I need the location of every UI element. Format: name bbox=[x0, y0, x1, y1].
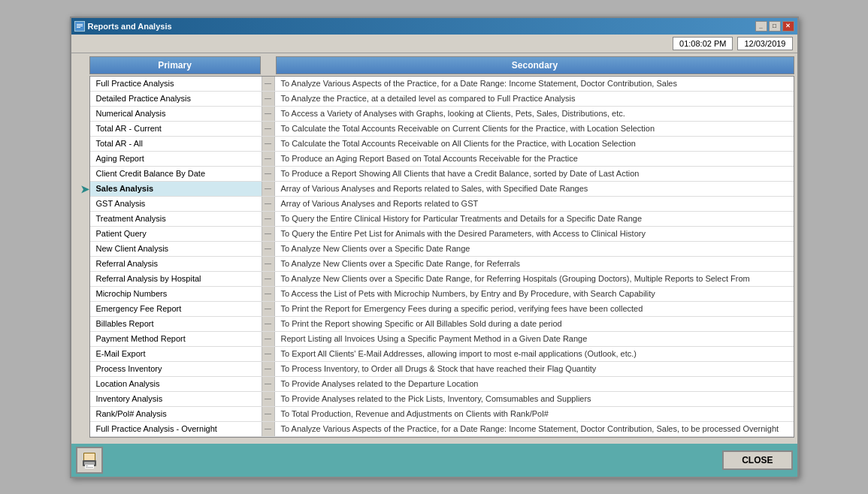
close-button[interactable]: CLOSE bbox=[722, 450, 792, 470]
current-time: 01:08:02 PM bbox=[673, 37, 733, 50]
table-row[interactable]: Aging Report—To Produce an Aging Report … bbox=[90, 152, 794, 167]
table-row[interactable]: Billables Report—To Print the Report sho… bbox=[90, 317, 794, 332]
list-area: ➤ Full Practice Analysis—To Analyze Vari… bbox=[74, 76, 794, 438]
primary-cell[interactable]: Billables Report bbox=[90, 317, 262, 331]
row-arrow-cell: — bbox=[262, 242, 275, 256]
primary-cell[interactable]: Rank/Pol# Analysis bbox=[90, 407, 262, 421]
column-headers: Primary Secondary bbox=[74, 56, 794, 74]
secondary-cell: To Access the List of Pets with Microchi… bbox=[275, 287, 794, 301]
secondary-cell: To Provide Analyses related to the Pick … bbox=[275, 392, 794, 406]
main-window: Reports and Analysis _ □ ✕ 01:08:02 PM 1… bbox=[70, 17, 799, 478]
table-row[interactable]: Microchip Numbers—To Access the List of … bbox=[90, 287, 794, 302]
primary-cell[interactable]: Location Analysis bbox=[90, 377, 262, 391]
table-row[interactable]: Total AR - Current—To Calculate the Tota… bbox=[90, 122, 794, 137]
table-row[interactable]: Location Analysis—To Provide Analyses re… bbox=[90, 377, 794, 392]
table-row[interactable]: Payment Method Report—Report Listing all… bbox=[90, 332, 794, 347]
primary-cell[interactable]: Total AR - Current bbox=[90, 122, 262, 136]
primary-cell[interactable]: Microchip Numbers bbox=[90, 287, 262, 301]
table-row[interactable]: Treatment Analysis—To Query the Entire C… bbox=[90, 212, 794, 227]
external-arrow-container: ➤ bbox=[74, 76, 89, 438]
table-row[interactable]: Referral Analysis—To Analyze New Clients… bbox=[90, 257, 794, 272]
row-arrow-cell: — bbox=[262, 257, 275, 271]
title-bar-left: Reports and Analysis bbox=[74, 21, 172, 32]
primary-cell[interactable]: Referral Analysis bbox=[90, 257, 262, 271]
maximize-button[interactable]: □ bbox=[769, 21, 781, 32]
table-row[interactable]: Sales Analysis—Array of Various Analyses… bbox=[90, 182, 794, 197]
secondary-cell: Report Listing all Invoices Using a Spec… bbox=[275, 332, 794, 346]
table-row[interactable]: E-Mail Export—To Export All Clients' E-M… bbox=[90, 347, 794, 362]
current-date: 12/03/2019 bbox=[737, 37, 792, 50]
svg-rect-5 bbox=[84, 453, 95, 461]
window-title: Reports and Analysis bbox=[88, 22, 172, 31]
table-row[interactable]: New Client Analysis—To Analyze New Clien… bbox=[90, 242, 794, 257]
primary-cell[interactable]: Inventory Analysis bbox=[90, 392, 262, 406]
primary-cell[interactable]: Full Practice Analysis bbox=[90, 77, 262, 91]
primary-column-header: Primary bbox=[89, 56, 261, 74]
primary-cell[interactable]: Emergency Fee Report bbox=[90, 302, 262, 316]
primary-cell[interactable]: Process Inventory bbox=[90, 362, 262, 376]
secondary-cell: To Produce an Aging Report Based on Tota… bbox=[275, 152, 794, 166]
row-arrow-cell: — bbox=[262, 197, 275, 211]
svg-rect-2 bbox=[77, 26, 83, 26]
svg-rect-9 bbox=[86, 465, 88, 466]
row-arrow-cell: — bbox=[262, 347, 275, 361]
svg-rect-1 bbox=[77, 24, 83, 25]
minimize-button[interactable]: _ bbox=[755, 21, 767, 32]
table-row[interactable]: Total AR - All—To Calculate the Total Ac… bbox=[90, 137, 794, 152]
row-arrow-cell: — bbox=[262, 302, 275, 316]
table-row[interactable]: GST Analysis—Array of Various Analyses a… bbox=[90, 197, 794, 212]
table-row[interactable]: Full Practice Analysis—To Analyze Variou… bbox=[90, 77, 794, 92]
primary-cell[interactable]: E-Mail Export bbox=[90, 347, 262, 361]
row-arrow-cell: — bbox=[262, 422, 275, 436]
primary-cell[interactable]: Payment Method Report bbox=[90, 332, 262, 346]
row-arrow-cell: — bbox=[262, 137, 275, 151]
row-arrow-cell: — bbox=[262, 152, 275, 166]
primary-cell[interactable]: Treatment Analysis bbox=[90, 212, 262, 226]
secondary-cell: To Analyze the Practice, at a detailed l… bbox=[275, 92, 794, 106]
secondary-cell: To Analyze New Clients over a Specific D… bbox=[275, 242, 794, 256]
row-arrow-cell: — bbox=[262, 392, 275, 406]
secondary-cell: To Calculate the Total Accounts Receivab… bbox=[275, 137, 794, 151]
row-arrow-cell: — bbox=[262, 167, 275, 181]
primary-cell[interactable]: Referral Analysis by Hospital bbox=[90, 272, 262, 286]
row-arrow-cell: — bbox=[262, 272, 275, 286]
secondary-cell: To Calculate the Total Accounts Receivab… bbox=[275, 122, 794, 136]
primary-cell[interactable]: Aging Report bbox=[90, 152, 262, 166]
window-close-button[interactable]: ✕ bbox=[782, 21, 794, 32]
primary-cell[interactable]: New Client Analysis bbox=[90, 242, 262, 256]
row-arrow-cell: — bbox=[262, 92, 275, 106]
secondary-column-header: Secondary bbox=[276, 56, 794, 74]
secondary-cell: To Analyze Various Aspects of the Practi… bbox=[275, 77, 794, 91]
row-arrow-cell: — bbox=[262, 332, 275, 346]
table-row[interactable]: Detailed Practice Analysis—To Analyze th… bbox=[90, 92, 794, 107]
svg-rect-3 bbox=[77, 27, 80, 28]
secondary-cell: Array of Various Analyses and Reports re… bbox=[275, 197, 794, 211]
print-icon-button[interactable] bbox=[76, 447, 103, 474]
primary-cell[interactable]: Sales Analysis bbox=[90, 182, 262, 196]
secondary-cell: To Analyze New Clients over a Specific D… bbox=[275, 272, 794, 286]
table-row[interactable]: Numerical Analysis—To Access a Variety o… bbox=[90, 107, 794, 122]
table-row[interactable]: Rank/Pol# Analysis—To Total Production, … bbox=[90, 407, 794, 422]
title-bar: Reports and Analysis _ □ ✕ bbox=[71, 18, 797, 35]
table-row[interactable]: Inventory Analysis—To Provide Analyses r… bbox=[90, 392, 794, 407]
table-row[interactable]: Process Inventory—To Process Inventory, … bbox=[90, 362, 794, 377]
secondary-cell: To Query the Entire Clinical History for… bbox=[275, 212, 794, 226]
primary-cell[interactable]: Client Credit Balance By Date bbox=[90, 167, 262, 181]
svg-rect-7 bbox=[84, 462, 95, 465]
primary-cell[interactable]: Total AR - All bbox=[90, 137, 262, 151]
table-row[interactable]: Client Credit Balance By Date—To Produce… bbox=[90, 167, 794, 182]
row-arrow-cell: — bbox=[262, 407, 275, 421]
primary-cell[interactable]: Numerical Analysis bbox=[90, 107, 262, 121]
primary-cell[interactable]: GST Analysis bbox=[90, 197, 262, 211]
primary-cell[interactable]: Detailed Practice Analysis bbox=[90, 92, 262, 106]
primary-cell[interactable]: Full Practice Analysis - Overnight bbox=[90, 422, 262, 436]
toolbar: 01:08:02 PM 12/03/2019 bbox=[71, 35, 797, 53]
table-row[interactable]: Full Practice Analysis - Overnight—To An… bbox=[90, 422, 794, 437]
table-row[interactable]: Patient Query—To Query the Entire Pet Li… bbox=[90, 227, 794, 242]
row-arrow-cell: — bbox=[262, 212, 275, 226]
table-row[interactable]: Emergency Fee Report—To Print the Report… bbox=[90, 302, 794, 317]
table-row[interactable]: Referral Analysis by Hospital—To Analyze… bbox=[90, 272, 794, 287]
primary-cell[interactable]: Patient Query bbox=[90, 227, 262, 241]
secondary-cell: To Access a Variety of Analyses with Gra… bbox=[275, 107, 794, 121]
rows-container: Full Practice Analysis—To Analyze Variou… bbox=[89, 76, 794, 438]
